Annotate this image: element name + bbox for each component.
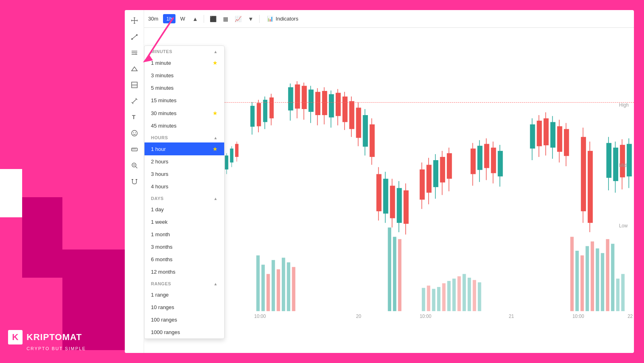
svg-rect-140 bbox=[537, 121, 542, 146]
svg-text:T: T bbox=[132, 114, 136, 120]
svg-rect-26 bbox=[452, 278, 456, 311]
zoom-tool[interactable] bbox=[127, 158, 142, 173]
svg-rect-14 bbox=[282, 258, 285, 311]
branding-area: K KRIPTOMAT CRYPTO BUT SIMPLE bbox=[8, 330, 86, 351]
timeframe-dropdown: MINUTES ▲ 1 minute ★ 3 minutes 5 minutes… bbox=[144, 45, 225, 339]
timeframe-4-hours[interactable]: 4 hours bbox=[144, 180, 224, 193]
svg-rect-42 bbox=[621, 274, 624, 311]
timeframe-100-ranges[interactable]: 100 ranges bbox=[144, 314, 224, 326]
timeframe-30-minutes[interactable]: 30 minutes ★ bbox=[144, 107, 224, 120]
line-tool[interactable] bbox=[127, 29, 142, 44]
chevron-up-icon: ▲ bbox=[192, 16, 198, 22]
shapes-tool[interactable] bbox=[127, 62, 142, 76]
1-minute-star: ★ bbox=[213, 60, 218, 66]
svg-rect-154 bbox=[606, 143, 611, 178]
svg-rect-34 bbox=[580, 256, 584, 311]
multiline-tool[interactable] bbox=[127, 45, 142, 60]
svg-text:20: 20 bbox=[356, 314, 361, 320]
svg-rect-68 bbox=[225, 155, 228, 169]
timeframe-45-minutes[interactable]: 45 minutes bbox=[144, 120, 224, 132]
svg-rect-116 bbox=[404, 190, 409, 224]
measure-tool[interactable] bbox=[127, 94, 142, 108]
svg-rect-33 bbox=[576, 251, 579, 311]
crosshair-tool[interactable] bbox=[127, 13, 142, 28]
svg-rect-32 bbox=[570, 237, 574, 311]
timeframe-1-range[interactable]: 1 range bbox=[144, 289, 224, 301]
timeframe-3-minutes[interactable]: 3 minutes bbox=[144, 69, 224, 82]
chart-style-btn[interactable]: ▦ bbox=[221, 14, 231, 24]
timeframe-30m[interactable]: 30m bbox=[145, 14, 161, 23]
1-month-label: 1 month bbox=[151, 231, 170, 237]
minutes-section-header: MINUTES ▲ bbox=[144, 46, 224, 56]
1-day-label: 1 day bbox=[151, 206, 164, 212]
chart-type-btn[interactable]: ⬛ bbox=[207, 14, 219, 24]
svg-rect-126 bbox=[447, 153, 452, 179]
svg-rect-132 bbox=[484, 144, 489, 168]
svg-point-191 bbox=[133, 132, 134, 133]
timeframe-1-day[interactable]: 1 day bbox=[144, 203, 224, 216]
svg-rect-150 bbox=[581, 137, 586, 211]
timeframe-5-minutes[interactable]: 5 minutes bbox=[144, 82, 224, 94]
svg-text:10:00: 10:00 bbox=[254, 314, 266, 320]
svg-rect-22 bbox=[432, 289, 435, 311]
fib-tool[interactable] bbox=[127, 78, 142, 92]
svg-rect-36 bbox=[590, 241, 594, 311]
brand-name: KRIPTOMAT bbox=[27, 332, 82, 342]
svg-rect-35 bbox=[586, 246, 589, 311]
days-label: DAYS bbox=[151, 196, 164, 201]
timeframe-3-months[interactable]: 3 months bbox=[144, 241, 224, 253]
svg-rect-136 bbox=[498, 151, 503, 176]
bg-decoration-1 bbox=[0, 169, 22, 217]
timeframe-W[interactable]: W bbox=[177, 14, 188, 23]
12-months-label: 12 months bbox=[151, 269, 175, 275]
toolbar-separator-1 bbox=[204, 15, 204, 23]
toolbar-separator-2 bbox=[259, 15, 260, 23]
45-minutes-label: 45 minutes bbox=[151, 123, 177, 129]
ruler-tool[interactable] bbox=[127, 142, 142, 157]
svg-rect-31 bbox=[478, 283, 481, 311]
svg-point-190 bbox=[132, 130, 137, 136]
svg-point-192 bbox=[135, 132, 136, 133]
3-hours-label: 3 hours bbox=[151, 171, 168, 177]
svg-rect-160 bbox=[627, 144, 632, 177]
timeframe-expand[interactable]: ▲ bbox=[190, 14, 200, 24]
1-range-label: 1 range bbox=[151, 292, 169, 298]
emoji-tool[interactable] bbox=[127, 126, 142, 140]
chart-container: 1m 30m 1h W ▲ ⬛ ▦ 📈 ▼ 📊 Indicators bbox=[125, 10, 634, 353]
timeframe-1h[interactable]: 1h bbox=[163, 14, 175, 23]
svg-rect-98 bbox=[343, 97, 348, 122]
svg-rect-70 bbox=[230, 148, 233, 163]
chart-more-btn[interactable]: ▼ bbox=[246, 14, 256, 24]
timeframe-1-hour[interactable]: 1 hour ★ bbox=[144, 142, 224, 155]
indicators-button[interactable]: 📊 Indicators bbox=[263, 14, 302, 23]
chart-line-btn[interactable]: 📈 bbox=[232, 14, 244, 24]
1000-ranges-label: 1000 ranges bbox=[151, 329, 180, 335]
timeframe-3-hours[interactable]: 3 hours bbox=[144, 168, 224, 180]
ranges-label: RANGES bbox=[151, 281, 171, 286]
svg-rect-76 bbox=[257, 103, 261, 126]
timeframe-15-minutes[interactable]: 15 minutes bbox=[144, 94, 224, 107]
timeframe-6-months[interactable]: 6 months bbox=[144, 253, 224, 266]
text-tool[interactable]: T bbox=[127, 110, 142, 124]
timeframe-1-month[interactable]: 1 month bbox=[144, 228, 224, 241]
timeframe-1-minute[interactable]: 1 minute ★ bbox=[144, 56, 224, 69]
timeframe-10-ranges[interactable]: 10 ranges bbox=[144, 301, 224, 314]
bar-icon: ▦ bbox=[223, 16, 228, 22]
2-hours-label: 2 hours bbox=[151, 159, 168, 165]
brand-logo: K KRIPTOMAT bbox=[8, 330, 82, 344]
svg-rect-134 bbox=[491, 148, 496, 173]
svg-rect-152 bbox=[588, 151, 593, 223]
timeframe-2-hours[interactable]: 2 hours bbox=[144, 155, 224, 168]
svg-rect-9 bbox=[256, 256, 260, 311]
timeframe-1000-ranges[interactable]: 1000 ranges bbox=[144, 326, 224, 338]
svg-rect-72 bbox=[235, 144, 238, 157]
svg-rect-38 bbox=[601, 253, 604, 311]
svg-text:10:00: 10:00 bbox=[572, 314, 584, 320]
5-minutes-label: 5 minutes bbox=[151, 85, 173, 91]
timeframe-1-week[interactable]: 1 week bbox=[144, 216, 224, 228]
svg-rect-40 bbox=[611, 244, 614, 311]
svg-rect-114 bbox=[397, 188, 402, 223]
svg-rect-92 bbox=[322, 91, 327, 115]
timeframe-12-months[interactable]: 12 months bbox=[144, 266, 224, 278]
magnet-tool[interactable] bbox=[127, 174, 142, 189]
